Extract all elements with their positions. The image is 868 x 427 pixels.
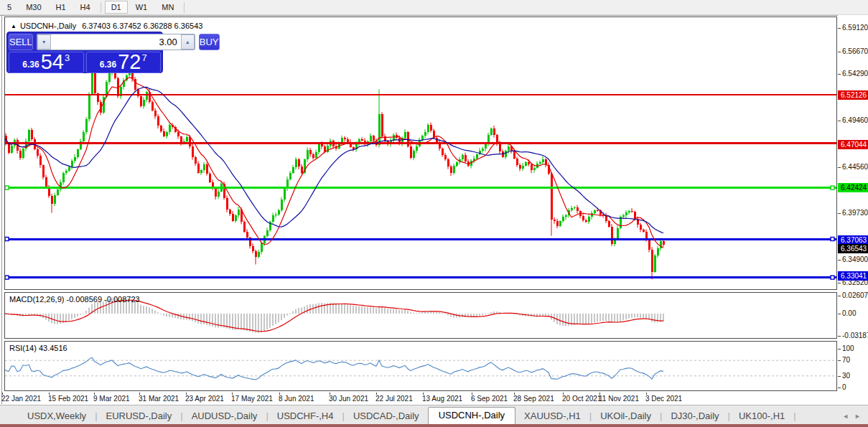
price-tick-label: 6.56670 [842, 47, 868, 56]
price-tick-dash [838, 28, 841, 29]
rsi-tick-dash [838, 376, 841, 377]
sell-price-sup: 3 [65, 52, 70, 63]
triangle-up-icon: ▲ [185, 39, 190, 44]
timeframe-5[interactable]: 5 [1, 1, 18, 14]
bottom-strip [0, 424, 868, 427]
date-axis[interactable]: 22 Jan 202115 Feb 20219 Mar 202131 Mar 2… [4, 393, 837, 404]
price-tick-label: 6.44560 [842, 163, 868, 172]
tab-usdx-weekly[interactable]: USDX,Weekly [19, 408, 95, 424]
tab-dj30-daily[interactable]: DJ30-,Daily [662, 408, 727, 424]
date-label: 23 Apr 2021 [185, 395, 224, 403]
tabs-container: USDX,Weekly|EURUSD-,Daily|AUDUSD-,Daily|… [0, 407, 842, 424]
timeframe-h4[interactable]: H4 [74, 1, 97, 14]
date-label: 22 Jan 2021 [1, 395, 41, 403]
date-label: 3 Dec 2021 [645, 395, 682, 403]
tab-eurusd-daily[interactable]: EURUSD-,Daily [98, 408, 181, 424]
macd-panel[interactable]: MACD(12,26,9) -0.008569 -0.008723 [4, 292, 837, 339]
price-tick-label: 6.54290 [842, 70, 868, 78]
price-tick-label: 6.49460 [842, 116, 868, 125]
one-click-trading-panel: SELL ▼ ▲ BUY 6.36543 6.36727 [6, 32, 163, 73]
triangle-down-icon: ▼ [42, 39, 47, 44]
tab-uk100-h1[interactable]: UK100-,H1 [730, 408, 793, 424]
price-tick-label: 6.34900 [842, 255, 868, 264]
buy-button[interactable]: BUY [199, 34, 220, 50]
rsi-tick-label: 30 [842, 372, 850, 380]
price-tick-dash [838, 74, 841, 75]
buy-price-sup: 7 [141, 52, 146, 63]
price-tick-dash [838, 121, 841, 121]
price-line-label[interactable]: 6.37063 [838, 235, 868, 245]
rsi-label: RSI(14) 43.4516 [9, 344, 67, 352]
timeframe-m30[interactable]: M30 [19, 1, 47, 14]
date-label: 31 Mar 2021 [139, 395, 179, 403]
macd-tick-label: -0.031872 [842, 332, 868, 340]
timeframe-toolbar: 5M30H1H4D1W1MN [0, 0, 868, 15]
sell-price-small: 6.36 [22, 60, 39, 70]
timeframe-w1[interactable]: W1 [129, 1, 154, 14]
tab-usdchf-h4[interactable]: USDCHF-,H4 [269, 408, 342, 424]
tab-usdcnh-daily[interactable]: USDCNH-,Daily [428, 407, 515, 424]
volume-decrease-button[interactable]: ▼ [37, 34, 51, 50]
price-tick-dash [838, 213, 841, 214]
macd-label: MACD(12,26,9) -0.008569 -0.008723 [9, 295, 140, 304]
timeframe-mn[interactable]: MN [155, 1, 180, 14]
rsi-tick-dash [838, 349, 841, 349]
sell-button[interactable]: SELL [9, 34, 33, 50]
rsi-tick-label: 0 [842, 383, 846, 392]
toolbar-separator [101, 2, 101, 13]
tab-separator: | [793, 410, 795, 424]
date-label: 6 Sep 2021 [471, 395, 508, 403]
macd-tick-dash [838, 314, 841, 314]
buy-price-big: 72 [118, 52, 141, 72]
price-line-label[interactable]: 6.47044 [838, 140, 868, 149]
buy-price-box[interactable]: 6.36727 [86, 52, 162, 73]
price-line-label[interactable]: 6.52126 [838, 90, 868, 100]
price-tick-dash [838, 283, 841, 283]
price-axis[interactable]: 6.591206.566706.542906.518406.494606.445… [838, 15, 868, 404]
tab-xauusd-h1[interactable]: XAUUSD-,H1 [515, 408, 589, 424]
price-tick-label: 6.39730 [842, 209, 868, 217]
window-left-edge [1, 16, 2, 404]
rsi-tick-label: 70 [842, 356, 850, 365]
date-label: 30 Jun 2021 [329, 395, 368, 403]
sell-price-box[interactable]: 6.36543 [9, 52, 84, 73]
rsi-tick-dash [838, 388, 841, 388]
price-line-label[interactable]: 6.36543 [838, 244, 868, 253]
main-chart-panel[interactable]: ▲USDCNH-,Daily6.37403 6.37452 6.36288 6.… [4, 17, 837, 290]
volume-stepper: ▼ ▲ [37, 34, 195, 50]
date-label: 15 Feb 2021 [48, 395, 88, 403]
rsi-panel[interactable]: RSI(14) 43.4516 [4, 341, 837, 391]
tab-ukoil-daily[interactable]: UKOil-,Daily [592, 408, 660, 424]
tab-usdcad-daily[interactable]: USDCAD-,Daily [345, 408, 428, 424]
macd-tick-label: 0.00 [842, 309, 856, 318]
tab-scroll-nav: ◄ ► [842, 413, 868, 424]
price-line-label[interactable]: 6.33041 [838, 271, 868, 281]
timeframe-h1[interactable]: H1 [50, 1, 73, 14]
macd-tick-dash [838, 336, 841, 337]
timeframe-d1[interactable]: D1 [105, 1, 128, 14]
macd-tick-dash [838, 296, 841, 296]
collapse-panel-icon[interactable]: ▲ [11, 23, 17, 29]
mt4-window: 5M30H1H4D1W1MN ▲USDCNH-,Daily6.37403 6.3… [0, 0, 868, 427]
toolbar-separator [184, 2, 185, 13]
rsi-tick-label: 100 [842, 344, 854, 353]
volume-increase-button[interactable]: ▲ [181, 34, 195, 50]
rsi-chart [5, 342, 836, 390]
date-label: 9 Mar 2021 [93, 395, 130, 403]
price-line-label[interactable]: 6.42424 [838, 183, 868, 192]
chart-ohlc-values: 6.37403 6.37452 6.36288 6.36543 [82, 22, 202, 30]
buy-price-small: 6.36 [100, 60, 116, 70]
tab-audusd-daily[interactable]: AUDUSD-,Daily [183, 408, 266, 424]
tab-scroll-left-icon[interactable]: ◄ [842, 413, 849, 420]
date-label: 8 Jun 2021 [279, 395, 314, 403]
date-label: 17 May 2021 [231, 395, 273, 403]
volume-input[interactable] [51, 34, 181, 50]
price-tick-label: 6.59120 [842, 24, 868, 32]
tab-scroll-right-icon[interactable]: ► [854, 413, 861, 420]
date-label: 22 Jul 2021 [375, 395, 413, 403]
price-tick-dash [838, 167, 841, 168]
macd-tick-label: 0.02607 [842, 291, 868, 300]
date-label: 13 Aug 2021 [422, 395, 462, 403]
chart-title: ▲USDCNH-,Daily6.37403 6.37452 6.36288 6.… [11, 22, 202, 30]
chart-tab-bar: USDX,Weekly|EURUSD-,Daily|AUDUSD-,Daily|… [0, 405, 868, 424]
